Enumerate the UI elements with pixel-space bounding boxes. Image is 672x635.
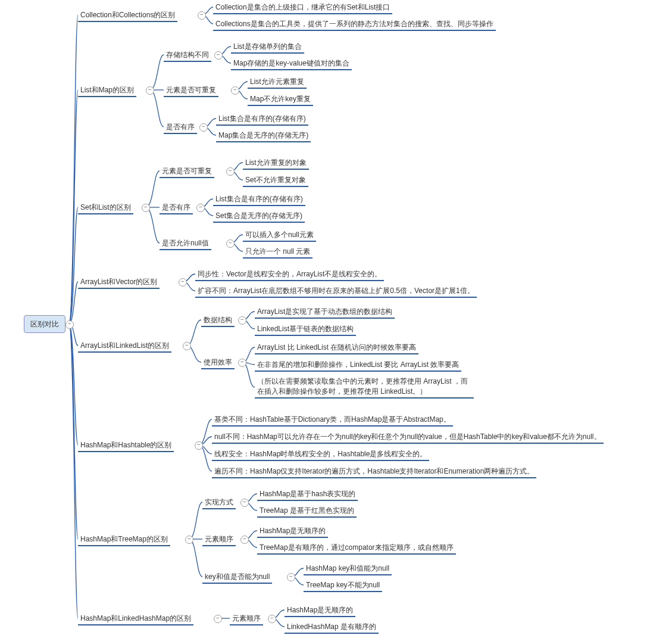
collapse-icon[interactable]: − (231, 86, 239, 95)
leaf: TreeMap是有顺序的，通过compator来指定顺序，或自然顺序 (257, 542, 456, 555)
sub[interactable]: 实现方式 (202, 497, 236, 509)
root-node[interactable]: 区别对比 (24, 315, 65, 333)
sub[interactable]: 是否有序 (164, 122, 197, 134)
leaf: 线程安全：HashMap时单线程安全的，Hashtable是多线程安全的。 (212, 449, 429, 461)
root-label: 区别对比 (30, 320, 59, 328)
collapse-icon[interactable]: − (146, 86, 154, 95)
collapse-icon[interactable]: − (195, 441, 203, 450)
leaf: Map存储的是key-value键值对的集合 (231, 58, 352, 70)
branch-4[interactable]: ArrayList和Vector的区别 (78, 276, 160, 289)
leaf: List集合是有序的(存储有序) (216, 113, 308, 126)
leaf: HashMap是无顺序的 (285, 605, 355, 617)
sub[interactable]: 是否允许null值 (160, 238, 211, 250)
sub[interactable]: 存储结构不同 (164, 49, 211, 62)
leaf: 在非首尾的增加和删除操作，LinkedList 要比 ArrayList 效率要… (255, 359, 461, 372)
leaf: Set不允许重复对象 (243, 175, 308, 187)
branch-3[interactable]: Set和List的区别 (78, 202, 133, 214)
branch-5[interactable]: ArrayList和LinkedList的区别 (78, 340, 171, 353)
leaf: TreeMap 是基于红黑色实现的 (257, 505, 357, 518)
sub[interactable]: 元素顺序 (230, 613, 263, 625)
collapse-icon[interactable]: − (240, 536, 249, 544)
sub[interactable]: 元素顺序 (202, 534, 236, 546)
leaf: 遍历不同：HashMap仅支持Iterator的遍历方式，Hashtable支持… (212, 466, 536, 478)
collapse-icon[interactable]: − (199, 123, 208, 132)
collapse-icon[interactable]: − (238, 359, 246, 367)
leaf: ArrayList是实现了基于动态数组的数据结构 (255, 306, 395, 319)
leaf: HashMap是基于hash表实现的 (257, 488, 358, 501)
collapse-icon[interactable]: − (198, 11, 206, 20)
leaf: Map不允许key重复 (248, 94, 313, 106)
collapse-icon[interactable]: − (185, 536, 193, 544)
branch-7[interactable]: HashMap和TreeMap的区别 (78, 534, 170, 546)
leaf: 基类不同：HashTable基于Dictionary类，而HashMap是基于A… (212, 414, 453, 427)
leaf: 只允许一个 null 元素 (243, 246, 312, 259)
leaf: ArrayList 比 LinkedList 在随机访问的时候效率要高 (255, 342, 418, 354)
branch-1[interactable]: Collection和Collections的区别 (78, 10, 177, 22)
sub[interactable]: 元素是否可重复 (160, 166, 214, 178)
collapse-icon[interactable]: − (179, 278, 187, 287)
collapse-icon[interactable]: − (142, 204, 150, 212)
collapse-icon[interactable]: − (226, 239, 235, 248)
sub[interactable]: key和值是否能为null (202, 571, 272, 584)
collapse-icon[interactable]: − (226, 167, 235, 176)
collapse-icon[interactable]: − (214, 615, 222, 623)
leaf: Set集合是无序的(存储无序) (213, 210, 305, 223)
leaf: List是存储单列的集合 (231, 41, 304, 54)
leaf: Map集合是无序的(存储无序) (216, 130, 311, 142)
leaf: 扩容不同：ArrayList在底层数组不够用时在原来的基础上扩展0.5倍，Vec… (195, 285, 477, 298)
branch-8[interactable]: HashMap和LinkedHashMap的区别 (78, 613, 193, 625)
leaf: List集合是有序的(存储有序) (213, 194, 305, 206)
leaf: List允许元素重复 (248, 76, 307, 89)
collapse-icon[interactable]: − (196, 204, 205, 212)
sub[interactable]: 数据结构 (201, 315, 235, 327)
leaf: Collections是集合的工具类，提供了一系列的静态方法对集合的搜索、查找、… (213, 18, 496, 31)
sub[interactable]: 使用效率 (201, 357, 235, 369)
leaf: List允许重复的对象 (243, 157, 309, 170)
leaf: 同步性：Vector是线程安全的，ArrayList不是线程安全的。 (195, 269, 384, 281)
collapse-icon[interactable]: − (287, 573, 295, 581)
leaf: LinkedList基于链表的数据结构 (255, 323, 356, 336)
leaf: Collection是集合的上级接口，继承它的有Set和List接口 (213, 2, 392, 14)
collapse-icon[interactable]: − (214, 51, 223, 60)
branch-2[interactable]: List和Map的区别 (78, 85, 136, 97)
leaf: （所以在需要频繁读取集合中的元素时，更推荐使用 ArrayList ，而在插入和… (255, 376, 474, 399)
collapse-icon[interactable]: − (240, 499, 249, 507)
leaf: TreeMap key不能为null (304, 580, 382, 592)
leaf: LinkedHashMap 是有顺序的 (285, 621, 379, 634)
leaf: null不同：HashMap可以允许存在一个为null的key和任意个为null… (212, 431, 604, 444)
leaf: 可以插入多个null元素 (243, 229, 316, 242)
leaf: HashMap是无顺序的 (257, 525, 328, 538)
branch-6[interactable]: HashMap和Hashtable的区别 (78, 440, 174, 452)
collapse-icon[interactable]: − (238, 316, 246, 325)
collapse-icon[interactable]: − (268, 615, 276, 623)
sub[interactable]: 是否有序 (160, 202, 193, 214)
collapse-icon[interactable]: − (183, 342, 191, 350)
collapse-icon[interactable]: − (65, 320, 74, 329)
leaf: HashMap key和值能为null (304, 563, 392, 575)
sub[interactable]: 元素是否可重复 (164, 85, 218, 97)
